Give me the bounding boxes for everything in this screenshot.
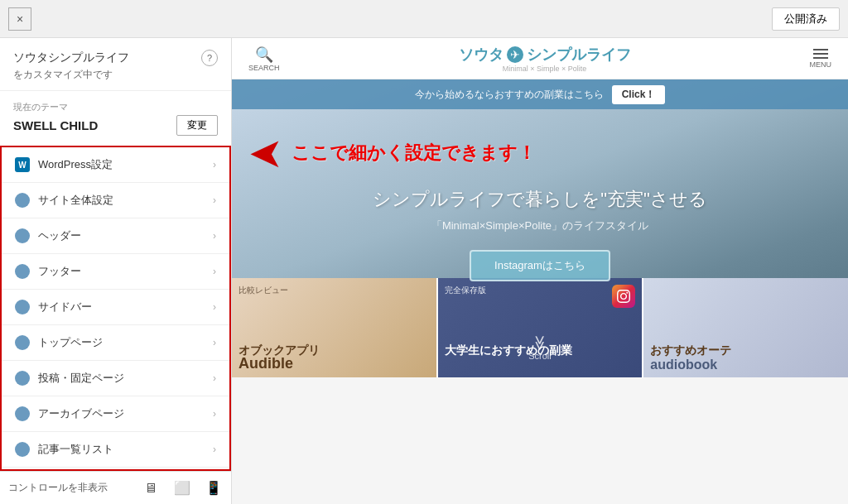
site-icon [15,193,30,208]
instagram-button[interactable]: Instagramはこちら [470,250,610,281]
chevron-right-icon: › [213,408,216,420]
red-arrow-icon: ➤ [248,129,283,177]
menu-item-label: サイドバー [38,300,213,314]
close-button[interactable]: × [8,7,31,31]
menu-item-label: WordPress設定 [38,157,213,172]
sidebar-app-title: ソウタシンプルライフ [13,50,129,65]
preview-card-1[interactable]: 比較レビュー オブックアプリ Audible [232,278,438,377]
hero-subcopy: 「Minimal×Simple×Polite」のライフスタイル [232,218,848,233]
chevron-right-icon: › [213,159,216,170]
post-icon [15,371,30,386]
website-preview: 🔍 SEARCH ソウタ ✈ シンプルライフ Minimal × Simple … [232,38,848,504]
preview-site-header: 🔍 SEARCH ソウタ ✈ シンプルライフ Minimal × Simple … [232,38,848,79]
hero-main-content: シンプルライフで暮らしを"充実"させる 「Minimal×Simple×Poli… [232,187,848,281]
menu-item-label: ヘッダー [38,228,213,243]
article-list-icon [15,442,30,457]
archive-icon [15,406,30,421]
sidebar-item-toppage[interactable]: トップページ › [2,325,229,361]
chevron-right-icon: › [213,230,216,242]
sidebar-header: ソウタシンプルライフ ? をカスタマイズ中です [0,38,231,91]
theme-label: 現在のテーマ [13,101,218,113]
sidebar-menu: W WordPress設定 › サイト全体設定 › ヘッダー › フッター › [0,147,231,471]
sidebar-item-header[interactable]: ヘッダー › [2,218,229,254]
hamburger-icon [813,49,828,59]
logo-text2: シンプルライフ [527,45,631,65]
wordpress-icon: W [15,157,30,172]
search-label: SEARCH [248,64,280,72]
desktop-icon[interactable]: 🖥 [142,479,160,497]
menu-item-label: 投稿・固定ページ [38,371,213,386]
tablet-icon[interactable]: ⬜ [173,479,191,497]
hero-annotation: ➤ ここで細かく設定できます！ [248,129,536,177]
change-theme-button[interactable]: 変更 [176,115,218,136]
main-layout: ソウタシンプルライフ ? をカスタマイズ中です 現在のテーマ SWELL CHI… [0,38,848,504]
logo-text: ソウタ [459,45,504,65]
menu-label: MENU [809,60,831,69]
preview-banner: 今から始めるならおすすめの副業はこちら Click！ [232,79,848,109]
mobile-icon[interactable]: 📱 [205,479,223,497]
toppage-icon [15,335,30,350]
theme-name: SWELL CHILD [13,118,98,132]
sidebar-item-article-list[interactable]: 記事一覧リスト › [2,432,229,468]
card-1-label: 比較レビュー [238,285,288,296]
annotation-text: ここで細かく設定できます！ [292,141,536,166]
info-icon[interactable]: ? [201,50,218,66]
footer-icon [15,264,30,279]
sidebar-subtitle: をカスタマイズ中です [13,68,218,82]
sidebar-item-archive[interactable]: アーカイブページ › [2,396,229,432]
banner-text: 今から始めるならおすすめの副業はこちら [415,88,604,102]
sidebar-item-post[interactable]: 投稿・固定ページ › [2,361,229,396]
chevron-right-icon: › [213,266,216,277]
theme-section: 現在のテーマ SWELL CHILD 変更 [0,91,231,147]
logo-circle: ✈ [507,46,523,63]
menu-item-label: アーカイブページ [38,406,213,421]
menu-area[interactable]: MENU [809,49,831,69]
sidebar-item-site[interactable]: サイト全体設定 › [2,183,229,218]
preview-area: 🔍 SEARCH ソウタ ✈ シンプルライフ Minimal × Simple … [232,38,848,504]
logo-tagline: Minimal × Simple × Polite [459,65,631,73]
preview-cards: 比較レビュー オブックアプリ Audible 完全保存版 大学生におすすめの副業… [232,278,848,377]
card-1-sub: Audible [238,355,293,372]
scroll-chevrons-icon: ≫ [532,332,547,355]
chevron-right-icon: › [213,301,216,313]
sidebar-icon [15,300,30,314]
menu-item-label: サイト全体設定 [38,193,213,208]
sidebar: ソウタシンプルライフ ? をカスタマイズ中です 現在のテーマ SWELL CHI… [0,38,232,504]
scroll-indicator: ≫ Scroll [528,336,552,361]
menu-item-label: 記事一覧リスト [38,442,213,457]
chevron-right-icon: › [213,372,216,384]
bottom-toolbar: コントロールを非表示 🖥 ⬜ 📱 [0,471,231,504]
banner-cta-button[interactable]: Click！ [612,85,666,104]
top-bar: × 公開済み [0,0,848,38]
card-3-sub: audiobook [650,358,717,372]
preview-hero: 今から始めるならおすすめの副業はこちら Click！ ➤ ここで細かく設定できま… [232,79,848,377]
preview-card-2[interactable]: 完全保存版 大学生におすすめの副業 [438,278,644,377]
search-area[interactable]: 🔍 SEARCH [248,46,280,72]
chevron-right-icon: › [213,444,216,455]
chevron-right-icon: › [213,194,216,206]
card-3-title: おすすめオーテ [650,343,841,358]
sidebar-item-footer[interactable]: フッター › [2,254,229,290]
preview-card-3[interactable]: おすすめオーテ audiobook [643,278,848,377]
header-icon [15,228,30,243]
menu-item-label: フッター [38,264,213,279]
hide-controls-label: コントロールを非表示 [8,481,108,495]
search-icon: 🔍 [255,46,273,64]
sidebar-item-sidebar[interactable]: サイドバー › [2,290,229,325]
hero-catchphrase: シンプルライフで暮らしを"充実"させる [232,187,848,212]
sidebar-item-wordpress[interactable]: W WordPress設定 › [2,147,229,183]
preview-logo: ソウタ ✈ シンプルライフ Minimal × Simple × Polite [459,45,631,73]
card-2-label: 完全保存版 [445,285,486,296]
publish-button[interactable]: 公開済み [772,7,840,31]
instagram-icon [612,285,635,308]
chevron-right-icon: › [213,337,216,348]
menu-item-label: トップページ [38,335,213,350]
